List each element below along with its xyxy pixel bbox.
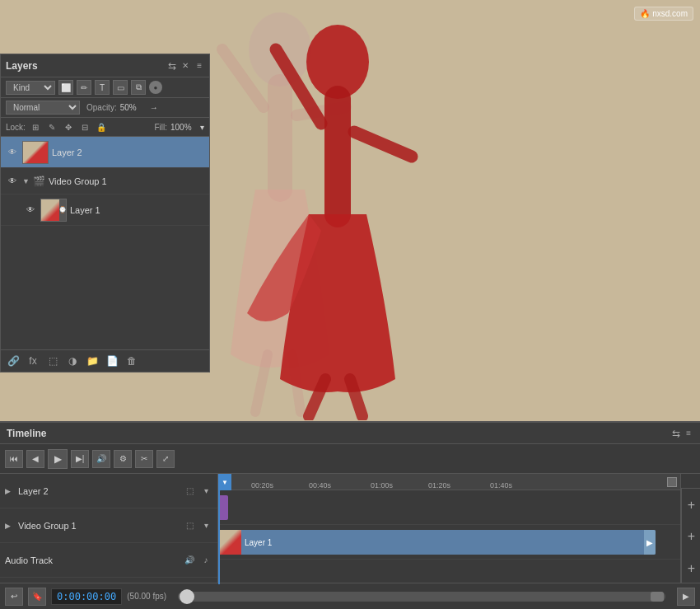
step-forward-btn[interactable]: ▶| bbox=[71, 450, 89, 468]
playhead-line bbox=[218, 490, 220, 584]
scroll-right-btn[interactable]: ▶ bbox=[677, 588, 695, 606]
visibility-layer1-icon[interactable]: 👁 bbox=[24, 204, 37, 217]
lock-artboard-icon[interactable]: ⊟ bbox=[78, 120, 91, 134]
blend-row: Normal Opacity: 50% → bbox=[1, 98, 209, 118]
menu-icon[interactable]: ≡ bbox=[194, 61, 204, 70]
clip-label: Layer 1 bbox=[241, 538, 275, 547]
ruler-mark-0: 00:20s bbox=[251, 481, 273, 490]
timeline-panel-title: Timeline bbox=[7, 428, 46, 439]
group-chevron-icon[interactable]: ▼ bbox=[22, 177, 30, 185]
svg-line-9 bbox=[354, 132, 412, 157]
filter-type-icon[interactable]: T bbox=[95, 80, 110, 95]
timeline-collapse-icon[interactable]: ⇆ bbox=[672, 428, 680, 439]
layer-item-layer2[interactable]: 👁 Layer 2 bbox=[1, 137, 209, 168]
track-label-layer2: ▶ Layer 2 ⬚ ▾ bbox=[0, 474, 217, 508]
track-music-icon[interactable]: ♪ bbox=[199, 554, 212, 567]
split-btn[interactable]: ✂ bbox=[135, 450, 153, 468]
timeline-right-handle[interactable] bbox=[667, 477, 677, 487]
timeline-menu-icon[interactable]: ≡ bbox=[684, 429, 693, 438]
track-expand-layer2[interactable]: ▶ bbox=[5, 487, 15, 495]
add-layer2-btn[interactable]: + bbox=[681, 489, 700, 521]
timeline-scrubber[interactable] bbox=[178, 592, 665, 602]
video-group-icon: 🎬 bbox=[33, 176, 45, 187]
fullscreen-btn[interactable]: ⤢ bbox=[156, 450, 175, 468]
ruler-mark-1: 00:40s bbox=[309, 481, 331, 490]
watermark: 🔥 nxsd.com bbox=[634, 7, 693, 21]
timeline-controls-bar: ⏮ ◀ ▶ ▶| 🔊 ⚙ ✂ ⤢ bbox=[0, 444, 700, 474]
fill-arrow: ▾ bbox=[200, 123, 204, 132]
close-icon[interactable]: ✕ bbox=[180, 61, 191, 70]
scrubber-right-handle[interactable] bbox=[651, 592, 664, 602]
track-label-audio: Audio Track 🔊 ♪ bbox=[0, 543, 217, 578]
lock-paint-icon[interactable]: ✎ bbox=[45, 120, 58, 134]
track-videogroup-row[interactable]: Layer 1 ▶ bbox=[218, 525, 680, 560]
scrubber-thumb[interactable] bbox=[180, 589, 194, 604]
step-back-btn[interactable]: ◀ bbox=[26, 450, 44, 468]
blend-mode-select[interactable]: Normal bbox=[6, 101, 80, 115]
timeline-ruler: 00:20s 00:40s 01:00s 01:20s 01:40s ▼ bbox=[218, 474, 680, 490]
bookmark-btn[interactable]: 🔖 bbox=[28, 588, 46, 606]
visibility-layer2-icon[interactable]: 👁 bbox=[6, 146, 19, 159]
opacity-arrow: → bbox=[150, 103, 158, 112]
filter-active-icon[interactable]: ● bbox=[149, 81, 162, 94]
filter-smart-icon[interactable]: ⧉ bbox=[131, 80, 146, 95]
lock-label: Lock: bbox=[6, 123, 26, 132]
clip-end-handle[interactable]: ▶ bbox=[644, 530, 656, 555]
track-layer2-row[interactable] bbox=[218, 490, 680, 525]
track-audio-icon[interactable]: 🔊 bbox=[183, 554, 196, 567]
mask-icon[interactable]: ⬚ bbox=[45, 354, 60, 368]
fill-value[interactable]: 100% bbox=[170, 123, 197, 132]
go-start-btn[interactable]: ⏮ bbox=[5, 450, 23, 468]
layer-item-layer1[interactable]: 👁 ⌚ Layer 1 bbox=[1, 194, 209, 226]
lock-checkerboard-icon[interactable]: ⊞ bbox=[29, 120, 42, 134]
lock-row: Lock: ⊞ ✎ ✥ ⊟ 🔒 Fill: 100% ▾ bbox=[1, 118, 209, 137]
settings-btn[interactable]: ⚙ bbox=[114, 450, 132, 468]
videogroup-name: Video Group 1 bbox=[49, 176, 107, 186]
new-group-icon[interactable]: 📁 bbox=[85, 354, 100, 368]
timecode-display[interactable]: 0:00:00:00 bbox=[51, 588, 122, 605]
opacity-value[interactable]: 50% bbox=[120, 103, 147, 112]
visibility-videogroup-icon[interactable]: 👁 bbox=[6, 175, 19, 188]
loop-btn[interactable]: ↩ bbox=[5, 588, 23, 606]
kind-filter-row: Kind ⬜ ✏ T ▭ ⧉ ● bbox=[1, 77, 209, 98]
play-btn[interactable]: ▶ bbox=[48, 449, 68, 469]
playhead-triangle-icon bbox=[218, 485, 224, 492]
layer-item-videogroup[interactable]: 👁 ▼ 🎬 Video Group 1 bbox=[1, 168, 209, 194]
layers-empty-space bbox=[1, 226, 209, 349]
track-film-layer2-icon[interactable]: ▾ bbox=[199, 485, 212, 498]
layers-title-controls: ⇆ ✕ ≡ bbox=[168, 60, 204, 72]
lock-all-icon[interactable]: 🔒 bbox=[95, 120, 108, 134]
track-expand-videogroup[interactable]: ▶ bbox=[5, 522, 15, 530]
track-audio-row[interactable] bbox=[218, 560, 680, 584]
fill-layer-icon[interactable]: ◑ bbox=[65, 354, 80, 368]
track-name-audio: Audio Track bbox=[5, 555, 180, 565]
effects-icon[interactable]: fx bbox=[26, 354, 40, 368]
lock-move-icon[interactable]: ✥ bbox=[62, 120, 75, 134]
add-audio-btn[interactable]: + bbox=[681, 552, 700, 584]
ruler-mark-4: 01:40s bbox=[490, 481, 512, 490]
ruler-spacer bbox=[681, 474, 700, 489]
collapse-icon[interactable]: ⇆ bbox=[168, 60, 176, 72]
fps-display: (50.00 fps) bbox=[127, 592, 166, 601]
track-film-videogroup-icon[interactable]: ▾ bbox=[199, 519, 212, 532]
add-videogroup-btn[interactable]: + bbox=[681, 521, 700, 553]
delete-layer-icon[interactable]: 🗑 bbox=[124, 354, 139, 368]
track-name-layer2: Layer 2 bbox=[18, 486, 180, 496]
link-layers-icon[interactable]: 🔗 bbox=[6, 354, 21, 368]
audio-btn[interactable]: 🔊 bbox=[92, 450, 110, 468]
track-options-videogroup-icon[interactable]: ⬚ bbox=[183, 519, 196, 532]
track-options-layer2-icon[interactable]: ⬚ bbox=[183, 485, 196, 498]
timeline-track-labels: ▶ Layer 2 ⬚ ▾ ▶ Video Group 1 ⬚ ▾ Audio … bbox=[0, 474, 218, 584]
filter-pixel-icon[interactable]: ⬜ bbox=[58, 80, 73, 95]
layers-bottom-toolbar: 🔗 fx ⬚ ◑ 📁 📄 🗑 bbox=[1, 349, 209, 372]
new-layer-icon[interactable]: 📄 bbox=[105, 354, 119, 368]
video-clip[interactable]: Layer 1 ▶ bbox=[218, 530, 656, 555]
layer2-thumbnail bbox=[22, 141, 49, 164]
filter-shape-icon[interactable]: ▭ bbox=[113, 80, 128, 95]
fill-label: Fill: bbox=[154, 123, 167, 132]
layers-title-bar: Layers ⇆ ✕ ≡ bbox=[1, 54, 209, 77]
kind-select[interactable]: Kind bbox=[6, 81, 55, 95]
ruler-mark-3: 01:20s bbox=[428, 481, 450, 490]
track-label-videogroup: ▶ Video Group 1 ⬚ ▾ bbox=[0, 508, 217, 543]
filter-adjust-icon[interactable]: ✏ bbox=[77, 80, 91, 95]
